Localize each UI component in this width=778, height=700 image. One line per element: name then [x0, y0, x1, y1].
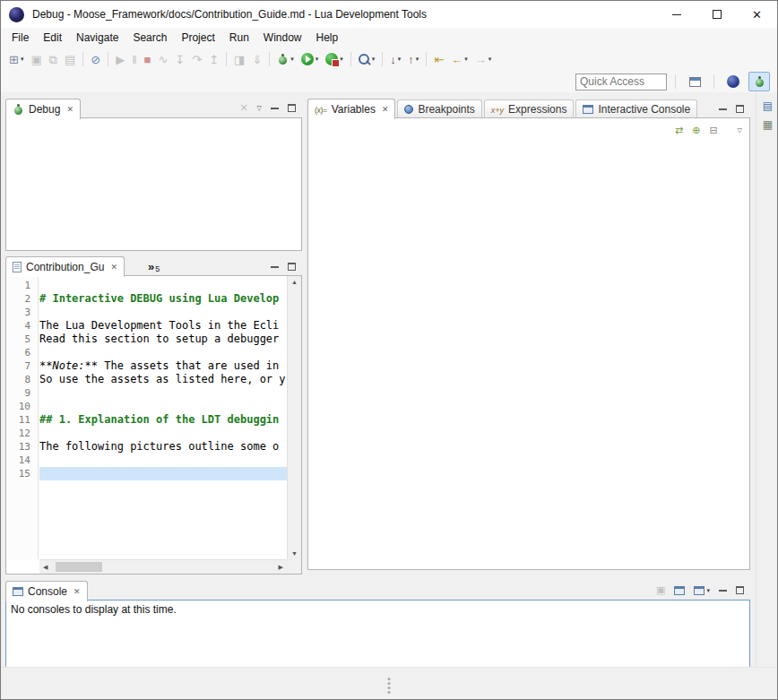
- tab-console[interactable]: Console ✕: [5, 581, 88, 601]
- quick-access-input[interactable]: [575, 73, 667, 91]
- variables-view: Variables ✕ Breakpoints Expressions Inte…: [307, 97, 750, 570]
- drop-to-frame-icon: ⇓: [252, 54, 262, 65]
- minimize-button[interactable]: [656, 1, 696, 28]
- dropdown-arrow-icon[interactable]: ▾: [316, 56, 319, 63]
- print-button[interactable]: ▤: [62, 49, 78, 69]
- tab-expressions[interactable]: Expressions: [484, 99, 575, 117]
- search-button[interactable]: ▾: [356, 49, 378, 69]
- display-selected-console-icon[interactable]: [674, 586, 685, 595]
- save-icon: ▣: [30, 54, 41, 65]
- maximize-view-icon[interactable]: [736, 586, 744, 594]
- tab-interactive-console[interactable]: Interactive Console: [575, 99, 697, 117]
- run-button[interactable]: ▾: [298, 49, 322, 69]
- scroll-up-icon[interactable]: ▲: [291, 276, 298, 288]
- remove-all-terminated-icon[interactable]: ✕: [239, 103, 247, 113]
- back-button[interactable]: ←▾: [448, 49, 471, 69]
- minimized-view-icon-2[interactable]: ▦: [763, 119, 773, 130]
- minimize-view-icon[interactable]: [719, 108, 727, 110]
- menu-navigate[interactable]: Navigate: [69, 29, 125, 47]
- tab-contribution-guide[interactable]: Contribution_Gu ✕: [5, 256, 125, 277]
- disconnect-button[interactable]: ∿: [155, 49, 170, 69]
- close-button[interactable]: ✕: [737, 1, 777, 28]
- new-wizard-button[interactable]: ⊞▾: [6, 49, 26, 69]
- view-menu-icon[interactable]: ▽: [257, 105, 262, 111]
- forward-button[interactable]: →▾: [472, 49, 495, 69]
- menu-window[interactable]: Window: [256, 29, 309, 47]
- maximize-view-icon[interactable]: [736, 105, 744, 113]
- tab-variables[interactable]: Variables ✕: [307, 99, 395, 119]
- line-number-gutter[interactable]: 123456789101112131415: [6, 276, 39, 559]
- menu-help[interactable]: Help: [309, 29, 346, 47]
- editor-content: 123456789101112131415 # Interactive DEBU…: [5, 275, 302, 575]
- pin-console-icon[interactable]: ▣: [656, 585, 665, 595]
- minimize-view-icon[interactable]: [271, 265, 279, 268]
- minimize-view-icon[interactable]: [271, 107, 279, 109]
- open-console-icon[interactable]: ▾: [694, 586, 710, 595]
- ldt-perspective-icon: [727, 75, 739, 88]
- step-return-button[interactable]: ↥: [206, 49, 221, 69]
- terminate-button[interactable]: ■: [142, 49, 154, 69]
- menu-file[interactable]: File: [4, 29, 36, 47]
- menu-search[interactable]: Search: [125, 29, 174, 47]
- next-annotation-button[interactable]: ↓▾: [387, 49, 403, 69]
- tab-debug[interactable]: Debug ✕: [5, 99, 81, 119]
- last-edit-location-button[interactable]: ⇤: [431, 49, 446, 69]
- scroll-left-icon[interactable]: ◀: [39, 564, 51, 571]
- dropdown-arrow-icon[interactable]: ▾: [464, 56, 468, 63]
- tab-breakpoints[interactable]: Breakpoints: [397, 99, 481, 117]
- save-button[interactable]: ▣: [28, 49, 44, 69]
- collapse-all-icon[interactable]: ⊟: [709, 125, 717, 135]
- maximize-button[interactable]: [696, 1, 737, 28]
- step-over-button[interactable]: ↷: [189, 49, 204, 69]
- drop-to-frame-button[interactable]: ⇓: [249, 49, 264, 69]
- dropdown-arrow-icon[interactable]: ▾: [416, 56, 419, 63]
- line-number: 5: [6, 333, 38, 346]
- scroll-down-icon[interactable]: ▼: [291, 548, 298, 559]
- step-into-button[interactable]: ↧: [172, 49, 187, 69]
- menu-edit[interactable]: Edit: [36, 29, 69, 47]
- dropdown-arrow-icon[interactable]: ▾: [340, 56, 343, 63]
- sash-handle[interactable]: [388, 678, 391, 694]
- debug-perspective-button[interactable]: [748, 72, 770, 91]
- external-tools-button[interactable]: ▾: [323, 49, 346, 69]
- suspend-button[interactable]: ‖: [129, 49, 139, 69]
- minimize-view-icon[interactable]: [719, 589, 727, 592]
- maximize-view-icon[interactable]: [288, 104, 296, 112]
- dropdown-arrow-icon[interactable]: ▾: [21, 56, 24, 63]
- ldt-perspective-button[interactable]: [722, 72, 744, 91]
- close-icon[interactable]: ✕: [382, 105, 389, 114]
- close-icon[interactable]: ✕: [73, 587, 81, 596]
- scrollbar-thumb[interactable]: [56, 562, 102, 572]
- skip-all-breakpoints-button[interactable]: ⊘: [88, 49, 103, 69]
- menu-run[interactable]: Run: [222, 29, 256, 47]
- minimized-view-icon-1[interactable]: ▤: [763, 100, 773, 111]
- line-number: 6: [6, 346, 38, 359]
- resume-button[interactable]: ▶: [113, 49, 127, 69]
- last-edit-location-icon: ⇤: [434, 54, 444, 65]
- previous-annotation-button[interactable]: ↑▾: [405, 49, 421, 69]
- dropdown-arrow-icon[interactable]: ▾: [372, 56, 376, 63]
- open-perspective-button[interactable]: [684, 72, 705, 91]
- dropdown-arrow-icon[interactable]: ▾: [488, 56, 492, 63]
- debug-view-content[interactable]: [5, 117, 302, 251]
- vertical-scrollbar[interactable]: ▲ ▼: [287, 276, 301, 559]
- save-all-button[interactable]: ⧉: [47, 49, 60, 69]
- toolbar-separator: [382, 52, 383, 66]
- maximize-view-icon[interactable]: [288, 263, 296, 271]
- dropdown-arrow-icon[interactable]: ▾: [398, 56, 402, 63]
- close-icon[interactable]: ✕: [110, 263, 117, 272]
- console-content[interactable]: No consoles to display at this time.: [5, 600, 750, 669]
- show-logical-structures-icon[interactable]: ⊕: [692, 125, 700, 135]
- debug-button[interactable]: ▾: [274, 49, 297, 69]
- editor-overflow-chevron[interactable]: » 5: [148, 260, 160, 273]
- use-step-filters-button[interactable]: ◨: [231, 49, 247, 69]
- close-icon[interactable]: ✕: [66, 105, 73, 114]
- editor-text-area[interactable]: # Interactive DEBUG using Lua DevelopThe…: [39, 276, 287, 559]
- horizontal-scrollbar[interactable]: ◀ ▶: [39, 559, 287, 574]
- menu-project[interactable]: Project: [174, 29, 221, 47]
- scroll-right-icon[interactable]: ▶: [275, 564, 287, 571]
- view-menu-icon[interactable]: ▽: [738, 127, 742, 134]
- code-line: [39, 427, 287, 440]
- show-type-names-icon[interactable]: ⇄: [675, 125, 683, 135]
- dropdown-arrow-icon[interactable]: ▾: [290, 56, 294, 63]
